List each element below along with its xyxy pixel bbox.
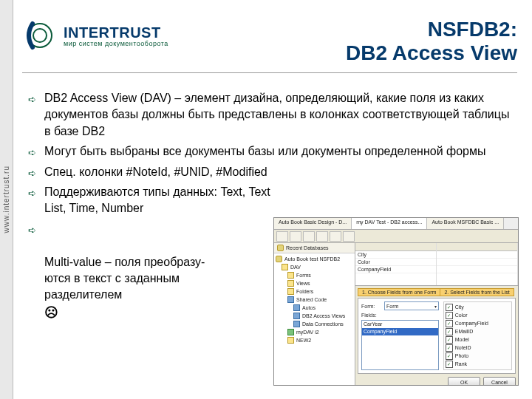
- bullet-text: DB2 Access View (DAV) – элемент дизайна,…: [44, 92, 509, 137]
- toolbar-button[interactable]: [343, 231, 355, 242]
- listbox-item[interactable]: CompanyField: [362, 328, 438, 335]
- folder-icon: [287, 288, 294, 295]
- bullet-text: Поддерживаются типы данных: Text, Text L…: [44, 185, 270, 214]
- ss-tree: Auto Book test NSFDB2 DAV Forms Views Fo…: [274, 253, 355, 346]
- panel-tab[interactable]: 2. Select Fields from the List: [440, 288, 514, 296]
- list-item: ➪ Спец. колонки #NoteId, #UNID, #Modifie…: [44, 164, 517, 180]
- slide-header: INTERTRUST мир систем документооборота N…: [22, 18, 517, 68]
- item-icon: [293, 304, 300, 311]
- bullet-icon: ➪: [28, 146, 38, 157]
- grid-cell[interactable]: City: [355, 251, 436, 259]
- checkbox[interactable]: Photo: [446, 352, 510, 360]
- tree-row[interactable]: DB2 Access Views: [276, 312, 353, 320]
- cancel-button[interactable]: Cancel: [483, 377, 516, 386]
- ss-tab[interactable]: my DAV Test - DB2 access...: [352, 218, 427, 229]
- logo-icon: [22, 18, 58, 53]
- ss-grid: City Color CompanyField: [355, 243, 518, 286]
- slide-title: NSFDB2: DB2 Access View: [346, 18, 517, 65]
- list-item: ➪ Могут быть выбраны все документы базы …: [44, 143, 517, 160]
- database-icon: [277, 245, 284, 251]
- tree-row[interactable]: Data Connections: [276, 320, 353, 328]
- grid-header[interactable]: [437, 243, 517, 251]
- bullet-icon: ➪: [28, 224, 38, 234]
- bullet-text: Спец. колонки #NoteId, #UNID, #Modified: [44, 166, 267, 178]
- checkbox[interactable]: Model: [446, 336, 510, 344]
- checkbox[interactable]: EMailID: [446, 328, 510, 335]
- grid-cell[interactable]: CompanyField: [355, 266, 436, 273]
- embedded-screenshot: Auto Book Basic Design - D... my DAV Tes…: [273, 217, 519, 386]
- tree-row[interactable]: Autos: [276, 304, 353, 312]
- checkbox[interactable]: CompanyField: [446, 320, 510, 327]
- checkbox[interactable]: City: [446, 304, 510, 311]
- title-line1: NSFDB2:: [346, 18, 517, 41]
- tree-row[interactable]: Auto Book test NSFDB2: [276, 255, 353, 263]
- logo-brand: INTERTRUST: [64, 24, 168, 41]
- header-divider: [22, 72, 517, 73]
- tree-row[interactable]: Folders: [276, 287, 353, 296]
- list-item: ➪ Поддерживаются типы данных: Text, Text…: [44, 184, 273, 217]
- folder-icon: [282, 264, 288, 270]
- checkbox-list: City Color CompanyField EMailID Model No…: [443, 301, 512, 370]
- ss-window-tabs: Auto Book Basic Design - D... my DAV Tes…: [274, 218, 518, 230]
- sad-face-icon: ☹: [44, 305, 58, 320]
- bullet-icon: ➪: [28, 93, 38, 103]
- ss-tab[interactable]: Auto Book Basic Design - D...: [274, 218, 352, 229]
- item-icon: [293, 313, 300, 319]
- ok-button[interactable]: OK: [448, 377, 480, 386]
- logo-tagline: мир систем документооборота: [64, 40, 168, 47]
- bullet-icon: ➪: [28, 187, 38, 197]
- fields-label: Fields:: [361, 313, 382, 318]
- checkbox[interactable]: Color: [446, 312, 510, 319]
- ss-toolbar: [274, 230, 518, 243]
- db-icon: [276, 256, 282, 262]
- grid-cell[interactable]: [437, 266, 517, 273]
- tree-row[interactable]: myDAV i2: [276, 328, 353, 336]
- tree-row[interactable]: Views: [276, 279, 353, 287]
- grid-header[interactable]: [355, 243, 436, 251]
- folder-icon: [287, 280, 294, 287]
- grid-cell[interactable]: Color: [355, 259, 436, 266]
- bullet-text: Multi-value – поля преобразу- ются в тек…: [44, 256, 205, 301]
- checkbox[interactable]: Rank: [446, 361, 510, 368]
- fields-listbox[interactable]: CarYear CompanyField: [361, 320, 439, 370]
- toolbar-button[interactable]: [330, 231, 341, 242]
- panel-tabs: 1. Choose Fields from one Form 2. Select…: [358, 288, 516, 296]
- toolbar-button[interactable]: [290, 231, 301, 242]
- checkbox[interactable]: NoteID: [446, 344, 510, 352]
- tree-row[interactable]: NEW2: [276, 336, 353, 344]
- grid-cell[interactable]: [437, 251, 517, 259]
- ss-sidebar-header: Recent Databases: [274, 243, 355, 253]
- item-icon: [287, 329, 294, 335]
- listbox-item[interactable]: CarYear: [362, 321, 438, 328]
- logo-block: INTERTRUST мир систем документооборота: [22, 18, 168, 53]
- grid-cell[interactable]: [437, 259, 517, 266]
- list-item: ➪ Multi-value – поля преобразу- ются в т…: [44, 221, 266, 322]
- tree-row[interactable]: Shared Code: [276, 296, 353, 304]
- ss-tab[interactable]: Auto Book MSFDBC Basic ...: [427, 218, 504, 229]
- form-select[interactable]: Form: [384, 301, 439, 310]
- bullet-text: Могут быть выбраны все документы базы ил…: [44, 145, 486, 157]
- toolbar-button[interactable]: [303, 231, 315, 242]
- button-row: OK Cancel: [358, 375, 516, 386]
- folder-icon: [287, 296, 294, 303]
- bullet-icon: ➪: [28, 167, 38, 177]
- folder-icon: [287, 272, 294, 279]
- toolbar-button[interactable]: [276, 231, 288, 242]
- sidebar-url-strip: www.intertrust.ru: [0, 0, 13, 399]
- sidebar-url-text: www.intertrust.ru: [2, 166, 10, 233]
- title-line2: DB2 Access View: [346, 41, 517, 65]
- list-item: ➪ DB2 Access View (DAV) – элемент дизайн…: [44, 90, 517, 140]
- panel-tab[interactable]: 1. Choose Fields from one Form: [358, 288, 440, 296]
- ss-sidebar: Recent Databases Auto Book test NSFDB2 D…: [274, 243, 355, 385]
- ss-lower-panel: 1. Choose Fields from one Form 2. Select…: [355, 286, 518, 386]
- svg-point-1: [33, 29, 47, 42]
- item-icon: [293, 321, 300, 327]
- tree-row[interactable]: Forms: [276, 271, 353, 279]
- folder-icon: [287, 337, 294, 344]
- toolbar-button[interactable]: [316, 231, 328, 242]
- form-label: Form:: [361, 304, 382, 309]
- logo-text: INTERTRUST мир систем документооборота: [64, 24, 168, 47]
- tree-row[interactable]: DAV: [276, 263, 353, 271]
